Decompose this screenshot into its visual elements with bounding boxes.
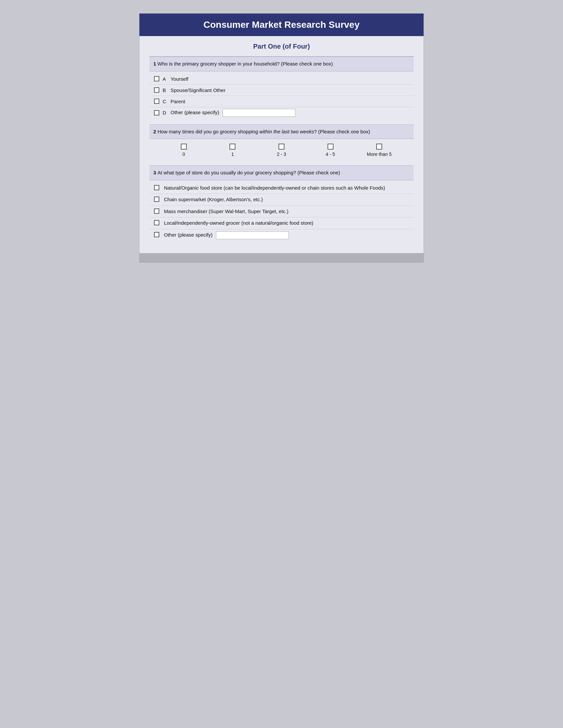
q3-option-local: Local/independently-owned grocer (not a … — [149, 217, 414, 229]
option-1a-checkbox[interactable] — [154, 76, 159, 81]
survey-title: Consumer Market Research Survey — [203, 20, 360, 30]
q2-checkbox-4-5[interactable] — [328, 144, 334, 150]
q3-checkbox-mass[interactable] — [154, 208, 159, 214]
survey-body: Part One (of Four) 1 Who is the primary … — [139, 36, 424, 253]
footer-bar — [139, 253, 424, 263]
q3-label-local: Local/independently-owned grocer (not a … — [164, 219, 409, 227]
question-1-number: 1 — [153, 61, 158, 67]
question-3-options: Natural/Organic food store (can be local… — [149, 180, 414, 243]
question-3-number: 3 — [153, 170, 158, 175]
q2-checkbox-1[interactable] — [229, 144, 235, 150]
question-2-number: 2 — [153, 129, 158, 134]
question-2-italic: within the last two weeks — [259, 129, 314, 134]
option-1b-row: B Spouse/Significant Other — [149, 85, 414, 96]
q3-option-chain: Chain supermarket (Kroger, Albertson's, … — [149, 194, 414, 206]
question-2-options: 0 1 2 - 3 4 - 5 More than 5 — [149, 139, 414, 161]
question-2-text: 2 How many times did you go grocery shop… — [149, 124, 414, 139]
q3-option-other: Other (please specify) — [149, 229, 414, 241]
option-1c-row: C Parent — [149, 96, 414, 107]
q2-label-0: 0 — [182, 152, 185, 157]
option-1d-row: D Other (please specify) — [149, 107, 414, 118]
option-1d-specify-input[interactable] — [222, 109, 296, 117]
option-1c-letter: C — [163, 99, 168, 104]
q3-label-mass: Mass merchandiser (Super Wal-Mart, Super… — [164, 208, 409, 215]
option-1c-label: Parent — [170, 99, 409, 104]
q3-option-mass: Mass merchandiser (Super Wal-Mart, Super… — [149, 206, 414, 218]
q2-checkbox-0[interactable] — [181, 144, 187, 150]
question-1-options: A Yourself B Spouse/Significant Other C … — [149, 71, 414, 120]
q3-checkbox-natural[interactable] — [154, 185, 159, 190]
part-header: Part One (of Four) — [149, 43, 414, 50]
q2-label-2-3: 2 - 3 — [277, 152, 286, 157]
option-1b-letter: B — [163, 87, 168, 93]
option-1d-label: Other (please specify) — [170, 109, 409, 117]
q2-label-1: 1 — [231, 152, 234, 157]
q2-checkbox-more-than-5[interactable] — [376, 144, 382, 150]
option-1b-checkbox[interactable] — [154, 87, 159, 93]
q2-option-more-than-5: More than 5 — [355, 144, 404, 157]
q2-option-4-5: 4 - 5 — [306, 144, 355, 157]
q3-option-natural: Natural/Organic food store (can be local… — [149, 182, 414, 194]
q3-checkbox-local[interactable] — [154, 220, 159, 225]
q2-label-more-than-5: More than 5 — [367, 152, 392, 157]
survey-container: Consumer Market Research Survey Part One… — [139, 13, 424, 253]
option-1a-row: A Yourself — [149, 73, 414, 85]
q3-label-chain: Chain supermarket (Kroger, Albertson's, … — [164, 196, 409, 204]
option-1a-letter: A — [163, 76, 168, 82]
option-1a-label: Yourself — [170, 76, 409, 82]
q3-checkbox-other[interactable] — [154, 232, 159, 237]
option-1d-letter: D — [163, 110, 168, 115]
option-1d-checkbox[interactable] — [154, 110, 159, 115]
option-1c-checkbox[interactable] — [154, 99, 159, 104]
q2-label-4-5: 4 - 5 — [326, 152, 335, 157]
question-3-text: 3 At what type of store do you usually d… — [149, 165, 414, 180]
q2-option-0: 0 — [159, 144, 208, 157]
q2-option-1: 1 — [208, 144, 257, 157]
question-2-block: 2 How many times did you go grocery shop… — [149, 124, 414, 162]
q3-label-natural: Natural/Organic food store (can be local… — [164, 184, 409, 192]
q3-specify-input[interactable] — [216, 231, 289, 239]
question-1-block: 1 Who is the primary grocery shopper in … — [149, 57, 414, 120]
option-1b-label: Spouse/Significant Other — [170, 87, 409, 93]
q3-label-other: Other (please specify) — [164, 231, 409, 239]
q3-checkbox-chain[interactable] — [154, 197, 159, 202]
q2-checkbox-2-3[interactable] — [278, 144, 285, 150]
survey-header: Consumer Market Research Survey — [139, 14, 424, 36]
part-label: Part One (of Four) — [253, 43, 310, 50]
question-1-text: 1 Who is the primary grocery shopper in … — [149, 57, 414, 71]
q2-option-2-3: 2 - 3 — [257, 144, 306, 157]
question-3-block: 3 At what type of store do you usually d… — [149, 165, 414, 243]
